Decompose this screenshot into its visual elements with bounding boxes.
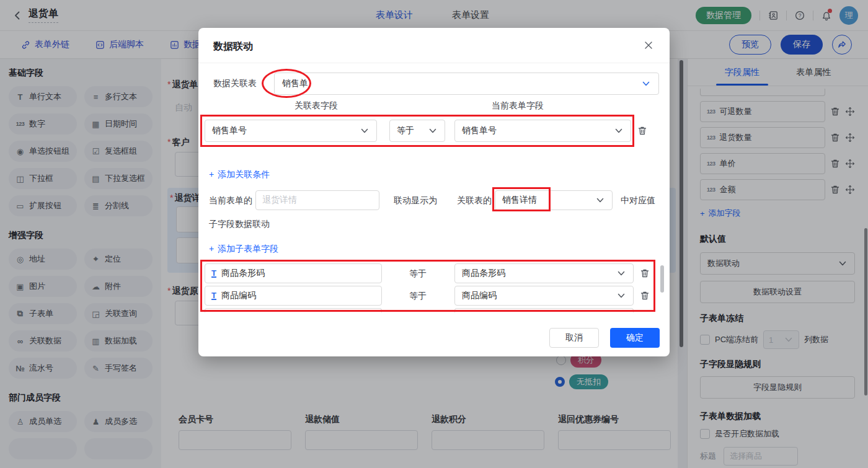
relation-field-value: 销售详情: [502, 195, 537, 206]
subrow-partial: [205, 308, 382, 312]
chevron-down-icon: [616, 291, 626, 301]
display-prefix: 当前表单的: [209, 189, 252, 211]
subrow-operator: 等于: [409, 285, 427, 307]
app-window: 退货单 表单设计 表单设置 数据管理 理 表单外链 后端脚本 数据权限: [0, 0, 868, 468]
chevron-down-icon: [428, 126, 438, 136]
subrow-right-value: 商品条形码: [462, 268, 505, 279]
chevron-down-icon: [614, 126, 624, 136]
condition-operator-select[interactable]: 等于: [389, 120, 445, 142]
data-linkage-modal: 数据联动 数据关联表 销售单 关联表字段 当前表单字段 销售单号 等于 销售单号: [198, 28, 670, 356]
delete-subrow-icon[interactable]: [640, 291, 650, 301]
relation-table-select[interactable]: 销售单: [274, 73, 659, 95]
subrow-right-select[interactable]: 商品条形码: [454, 263, 634, 283]
delete-condition-icon[interactable]: [637, 126, 647, 136]
plus-icon: +: [209, 244, 214, 255]
subrow-partial: [454, 308, 634, 312]
confirm-button[interactable]: 确定: [610, 328, 660, 348]
plus-icon: +: [209, 169, 214, 180]
current-form-field-input[interactable]: 退货详情: [255, 190, 379, 210]
chevron-down-icon: [616, 268, 626, 278]
add-subfield-label: 添加子表单字段: [218, 244, 278, 255]
subrow-left-field[interactable]: T 商品条形码: [205, 263, 382, 283]
display-middle: 联动显示为: [394, 189, 437, 211]
chevron-down-icon: [595, 195, 605, 205]
relation-prefix: 关联表的: [457, 189, 492, 211]
relation-table-label: 数据关联表: [213, 78, 274, 89]
cancel-button[interactable]: 取消: [549, 328, 599, 348]
subrow-right-value: 商品编码: [462, 290, 497, 301]
subrow-left-value: 商品编码: [221, 290, 256, 301]
divider: [198, 63, 670, 63]
modal-scrollbar[interactable]: [660, 265, 664, 293]
column-header-right: 当前表单字段: [492, 100, 544, 112]
subrow-left-field[interactable]: T 商品编码: [205, 286, 382, 306]
add-condition-link[interactable]: +添加关联条件: [209, 169, 270, 180]
condition-left-value: 销售单号: [212, 125, 247, 136]
condition-right-select[interactable]: 销售单号: [454, 120, 631, 142]
chevron-down-icon: [641, 79, 651, 89]
subrow-right-select[interactable]: 商品编码: [454, 286, 634, 306]
chevron-down-icon: [360, 126, 370, 136]
close-icon[interactable]: [644, 40, 653, 50]
subfield-section-title: 子字段数据联动: [209, 213, 270, 235]
text-icon: T: [211, 270, 216, 278]
add-condition-label: 添加关联条件: [218, 169, 270, 180]
delete-subrow-icon[interactable]: [640, 268, 650, 278]
relation-table-row: 数据关联表 销售单: [213, 73, 659, 95]
modal-title: 数据联动: [213, 40, 253, 53]
condition-right-value: 销售单号: [462, 125, 497, 136]
subrow-operator: 等于: [409, 262, 427, 285]
subrow-left-value: 商品条形码: [221, 268, 265, 279]
relation-field-select[interactable]: 销售详情: [495, 190, 613, 210]
condition-left-select[interactable]: 销售单号: [205, 120, 377, 142]
condition-operator-value: 等于: [397, 125, 414, 136]
text-icon: T: [211, 292, 216, 300]
add-subfield-link[interactable]: +添加子表单字段: [209, 244, 278, 255]
display-suffix: 中对应值: [621, 189, 655, 211]
column-header-left: 关联表字段: [294, 100, 338, 112]
relation-table-value: 销售单: [282, 78, 308, 89]
